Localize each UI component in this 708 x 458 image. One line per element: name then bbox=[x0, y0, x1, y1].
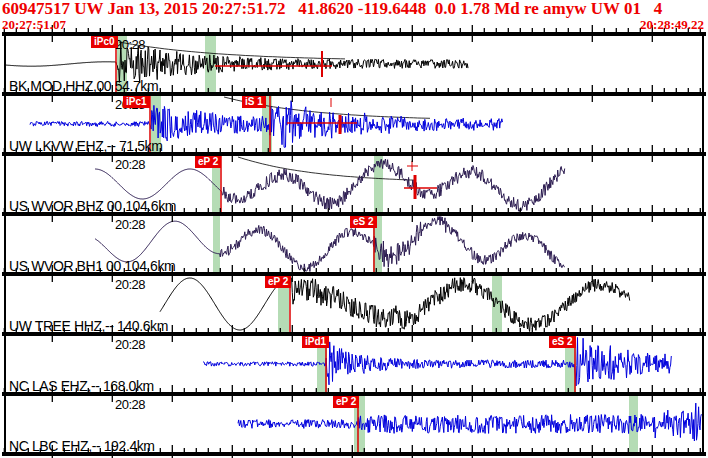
seismogram-review-window: 60947517 UW Jan 13, 2015 20:27:51.72 41.… bbox=[0, 0, 708, 458]
pick-flag[interactable]: iPc0 bbox=[91, 36, 118, 48]
coda-band bbox=[213, 216, 220, 272]
event-header: 60947517 UW Jan 13, 2015 20:27:51.72 41.… bbox=[2, 0, 662, 19]
pick-flag[interactable]: eS 2 bbox=[549, 336, 576, 348]
seismogram-trace[interactable] bbox=[160, 278, 630, 332]
station-label: BK MOD HHZ,00 54.7km bbox=[9, 78, 158, 94]
seismogram-trace[interactable] bbox=[203, 338, 671, 386]
pick-flag[interactable]: iS 1 bbox=[242, 96, 266, 108]
station-label: US WVOR BH1 00 104.6km bbox=[9, 258, 175, 274]
window-start-time: 20:27:51.07 bbox=[2, 17, 66, 33]
pick-flag[interactable]: iPd1 bbox=[302, 336, 329, 348]
minute-label: 20:28 bbox=[115, 337, 145, 352]
seismogram-trace[interactable] bbox=[6, 42, 468, 83]
pick-flag[interactable]: eP 2 bbox=[195, 156, 221, 168]
pick-flag[interactable]: eP 2 bbox=[265, 276, 291, 288]
minute-label: 20:28 bbox=[115, 217, 145, 232]
station-label: UW LKVW EHZ,-- 71.5km bbox=[9, 138, 162, 154]
waveform-panel-4[interactable] bbox=[160, 273, 630, 335]
station-label: US WVOR BHZ 00 104.6km bbox=[9, 198, 176, 214]
minute-label: 20:28 bbox=[115, 37, 145, 52]
window-end-time: 20:28:49.22 bbox=[640, 17, 704, 33]
waveform-panel-6[interactable] bbox=[238, 393, 701, 455]
pick-flag[interactable]: iPc1 bbox=[123, 96, 150, 108]
station-label: NC LAS EHZ,-- 168.0km bbox=[9, 378, 154, 394]
station-label: NC LBC EHZ,-- 192.4km bbox=[9, 438, 155, 454]
minute-label: 20:28 bbox=[115, 277, 145, 292]
minute-label: 20:28 bbox=[115, 157, 145, 172]
station-label: UW TREE HHZ,-- 140.6km bbox=[9, 318, 168, 334]
waveform-panel-5[interactable] bbox=[203, 333, 671, 395]
minute-label: 20:28 bbox=[115, 397, 145, 412]
pick-flag[interactable]: eP 2 bbox=[333, 396, 359, 408]
coda-decay-curve bbox=[119, 42, 345, 59]
pick-flag[interactable]: eS 2 bbox=[350, 216, 377, 228]
